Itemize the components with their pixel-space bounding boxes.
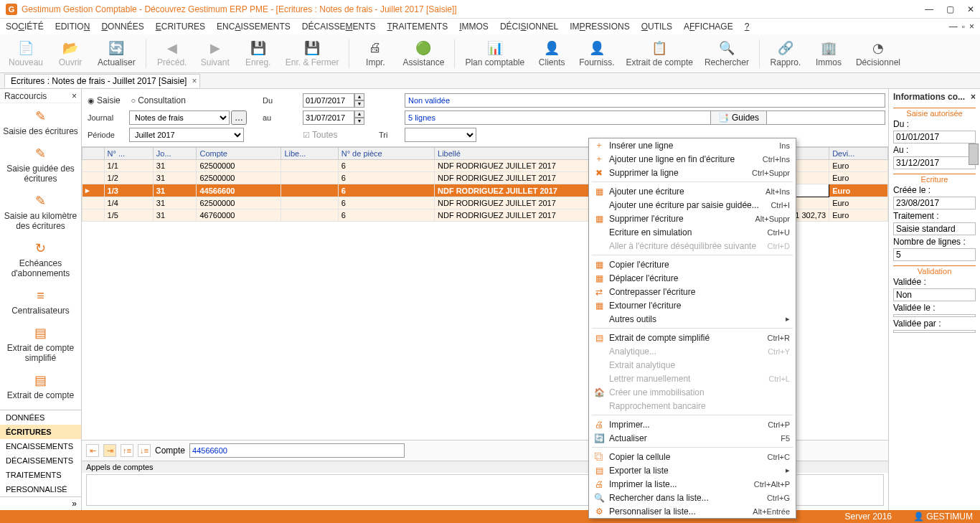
menu-encaissements[interactable]: ENCAISSEMENTS [217, 22, 291, 32]
menu-edition[interactable]: EDITION [55, 22, 90, 32]
menu-societe[interactable]: SOCIÉTÉ [6, 22, 44, 32]
menu-decisionnel[interactable]: DÉCISIONNEL [500, 22, 558, 32]
toolbar-clients[interactable]: 👤Clients [532, 37, 572, 71]
journal-select[interactable]: Notes de frais [129, 110, 230, 125]
toolbar-fourniss-[interactable]: 👤Fourniss. [575, 37, 618, 71]
indent-left-icon[interactable]: ⇤ [86, 444, 99, 457]
shortcut-item[interactable]: ▤Extrait de compte [0, 367, 81, 405]
column-header[interactable]: N° ... [104, 148, 153, 160]
periode-select[interactable]: Juillet 2017 [129, 128, 244, 142]
context-menu-item[interactable]: 🖨Imprimer la liste...Ctrl+Alt+P [589, 477, 796, 491]
shortcut-item[interactable]: ✎Saisie des écritures [0, 103, 81, 141]
sidenav-item[interactable]: DONNÉES [0, 410, 81, 425]
shortcut-item[interactable]: ✎Saisie au kilomètre des écritures [0, 188, 81, 235]
indent-right-icon[interactable]: ⇥ [103, 444, 116, 457]
info-scrollbar-thumb[interactable] [969, 143, 979, 165]
close-icon[interactable]: ✕ [967, 4, 974, 14]
context-menu-item[interactable]: 🖨Imprimer...Ctrl+P [589, 418, 796, 431]
sort-asc-icon[interactable]: ↑≡ [121, 444, 133, 457]
context-menu-item[interactable]: Ecriture en simulationCtrl+U [589, 225, 796, 239]
mode-consultation-radio[interactable]: ○ Consultation [131, 95, 185, 105]
sidebar-close-icon[interactable]: × [72, 91, 77, 101]
context-menu-item[interactable]: Ajouter une écriture par saisie guidée..… [589, 198, 796, 212]
menu-outils[interactable]: OUTILS [641, 22, 672, 32]
du-up-icon[interactable]: ▲ [354, 93, 364, 100]
menu-immos[interactable]: IMMOS [459, 22, 489, 32]
sidenav-item[interactable]: TRAITEMENTS [0, 468, 81, 482]
du-down-icon[interactable]: ▼ [354, 100, 364, 108]
context-menu-item[interactable]: ＋Ajouter une ligne en fin d'écritureCtrl… [589, 152, 796, 166]
shortcut-item[interactable]: ▤Extrait de compte simplifié [0, 320, 81, 367]
mode-saisie-radio[interactable]: ◉ Saisie [88, 95, 121, 105]
toolbar-immos[interactable]: 🏢Immos [809, 37, 849, 71]
toolbar-icon: ◀ [164, 40, 180, 56]
shortcut-item[interactable]: ↻Echéances d'abonnements [0, 235, 81, 283]
context-menu-item[interactable]: ⇄Contrepasser l'écriture [589, 285, 796, 298]
context-menu-item[interactable]: ⚙Personnaliser la liste...Alt+Entrée [589, 504, 796, 518]
menu-affichage[interactable]: AFFICHAGE [684, 22, 733, 32]
column-header[interactable]: N° de pièce [338, 148, 434, 160]
menu-help[interactable]: ? [745, 22, 750, 32]
au-down-icon[interactable]: ▼ [354, 118, 364, 125]
toolbar-impr-[interactable]: 🖨Impr. [355, 37, 395, 71]
sidenav-item[interactable]: ENCAISSEMENTS [0, 439, 81, 453]
context-menu-item[interactable]: ＋Insérer une ligneIns [589, 138, 796, 152]
context-menu-item[interactable]: ▦Copier l'écriture [589, 258, 796, 271]
toolbar-enreg-: 💾Enreg. [238, 37, 278, 71]
document-tab-close-icon[interactable]: × [192, 76, 197, 86]
context-menu-item[interactable]: ▦Ajouter une écritureAlt+Ins [589, 184, 796, 198]
mdi-restore-icon[interactable]: ▫ [962, 22, 965, 32]
column-header[interactable]: Devi... [829, 148, 888, 160]
toolbar-d-cisionnel[interactable]: ◔Décisionnel [852, 37, 905, 71]
context-menu-item[interactable]: Autres outils▸ [589, 312, 796, 326]
mdi-close-icon[interactable]: × [969, 22, 974, 32]
context-menu-item[interactable]: ▤Exporter la liste▸ [589, 463, 796, 477]
menu-traitements[interactable]: TRAITEMENTS [387, 22, 448, 32]
toolbar-rechercher[interactable]: 🔍Rechercher [700, 37, 753, 71]
guides-button[interactable]: 📑 Guides [710, 110, 767, 125]
context-menu-item[interactable]: ✖Supprimer la ligneCtrl+Suppr [589, 166, 796, 179]
toolbar-extrait-de-compte[interactable]: 📋Extrait de compte [622, 37, 697, 71]
sort-desc-icon[interactable]: ↓≡ [138, 444, 151, 457]
info-trait-value: Saisie standard [893, 222, 976, 235]
document-tab[interactable]: Ecritures : Notes de frais - Juillet 201… [4, 74, 200, 88]
context-menu-icon: 🔍 [593, 492, 605, 504]
info-nb-label: Nombre de lignes : [893, 237, 976, 247]
journal-browse-button[interactable]: … [231, 110, 247, 125]
minimize-icon[interactable]: — [925, 4, 933, 14]
menu-ecritures[interactable]: ECRITURES [156, 22, 205, 32]
toolbar-assistance[interactable]: 🟢Assistance [398, 37, 448, 71]
column-header[interactable]: Jo... [153, 148, 197, 160]
column-header[interactable]: Compte [197, 148, 281, 160]
menu-donnees[interactable]: DONNÉES [101, 22, 143, 32]
menu-impressions[interactable]: IMPRESSIONS [570, 22, 629, 32]
context-menu-item[interactable]: ▤Extrait de compte simplifiéCtrl+R [589, 331, 796, 344]
context-menu-item[interactable]: ▦Supprimer l'écritureAlt+Suppr [589, 212, 796, 225]
toolbar-actualiser[interactable]: 🔄Actualiser [93, 37, 140, 71]
info-close-icon[interactable]: × [971, 92, 976, 102]
sidenav-item[interactable]: DÉCAISSEMENTS [0, 453, 81, 468]
context-menu-item[interactable]: 🔍Rechercher dans la liste...Ctrl+G [589, 491, 796, 504]
column-header[interactable]: Libe... [281, 148, 338, 160]
context-menu-item[interactable]: ▦Déplacer l'écriture [589, 271, 796, 285]
au-up-icon[interactable]: ▲ [354, 110, 364, 118]
sidebar-expand-icon[interactable]: » [0, 496, 81, 510]
sidenav-item[interactable]: PERSONNALISÉ [0, 482, 81, 496]
sidenav-item[interactable]: ÉCRITURES [0, 425, 81, 439]
toolbar-plan-comptable[interactable]: 📊Plan comptable [461, 37, 529, 71]
context-menu-item[interactable]: ▦Extourner l'écriture [589, 298, 796, 312]
toolbar-rappro-[interactable]: 🔗Rappro. [765, 37, 806, 71]
context-menu-item[interactable]: ⿻Copier la celluleCtrl+C [589, 450, 796, 463]
du-input[interactable] [303, 93, 354, 108]
shortcut-item[interactable]: ✎Saisie guidée des écritures [0, 141, 81, 188]
compte-input[interactable] [189, 443, 405, 458]
column-header[interactable] [83, 148, 105, 160]
mdi-minimize-icon[interactable]: — [949, 22, 958, 32]
maximize-icon[interactable]: ▢ [946, 4, 954, 14]
au-input[interactable] [303, 110, 354, 125]
shortcut-item[interactable]: ≡Centralisateurs [0, 283, 81, 320]
context-menu-item[interactable]: 🔄ActualiserF5 [589, 431, 796, 445]
menu-decaissements[interactable]: DÉCAISSEMENTS [302, 22, 376, 32]
tri-select[interactable] [405, 128, 476, 142]
context-menu-item: Extrait analytique [589, 358, 796, 372]
